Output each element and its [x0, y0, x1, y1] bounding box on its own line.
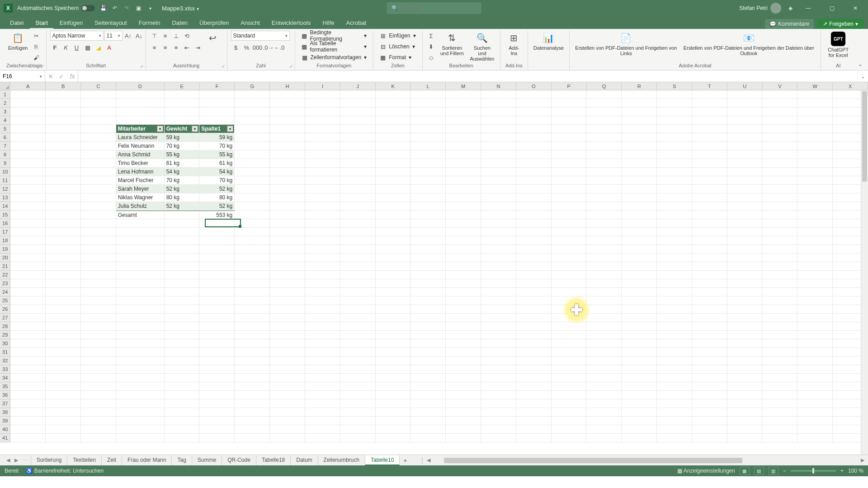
cell-G41[interactable] [235, 434, 270, 442]
format-as-table-button[interactable]: ▦Als Tabelle formatieren ▾ [299, 42, 370, 52]
share-button[interactable]: ↗ Freigeben ▾ [817, 19, 863, 29]
cell-T7[interactable] [692, 142, 727, 150]
cell-C27[interactable] [81, 314, 116, 322]
cell-U28[interactable] [727, 322, 763, 331]
conditional-format-button[interactable]: ▦Bedingte Formatierung ▾ [299, 31, 370, 41]
cell-D29[interactable] [116, 331, 165, 339]
cell-A41[interactable] [10, 434, 46, 442]
cell-V1[interactable] [762, 90, 797, 99]
name-box-input[interactable] [3, 73, 40, 80]
cell-W22[interactable] [797, 271, 833, 279]
cell-V33[interactable] [762, 365, 797, 374]
cell-K37[interactable] [376, 399, 411, 408]
cell-C29[interactable] [81, 331, 116, 339]
cell-A33[interactable] [10, 365, 46, 374]
cell-I3[interactable] [305, 108, 340, 116]
cell-T10[interactable] [692, 168, 727, 176]
cell-N14[interactable] [481, 202, 516, 211]
cell-L13[interactable] [410, 193, 446, 202]
cell-R26[interactable] [622, 305, 657, 314]
cell-N5[interactable] [481, 125, 516, 133]
cell-E15[interactable] [165, 211, 200, 219]
menu-tab-seitenlayout[interactable]: Seitenlayout [89, 17, 132, 29]
cell-I11[interactable] [305, 176, 340, 185]
cell-S24[interactable] [657, 288, 692, 296]
cell-V29[interactable] [762, 331, 797, 339]
cell-H6[interactable] [270, 133, 305, 142]
cell-L3[interactable] [410, 108, 446, 116]
cell-Q20[interactable] [586, 253, 622, 262]
cell-R6[interactable] [622, 133, 657, 142]
menu-tab-start[interactable]: Start [30, 17, 53, 29]
cell-C32[interactable] [81, 357, 116, 365]
cell-B39[interactable] [46, 417, 81, 425]
cell-B7[interactable] [46, 142, 81, 150]
cell-W30[interactable] [797, 339, 833, 348]
view-break-icon[interactable]: ▥ [769, 467, 778, 475]
cell-Q22[interactable] [586, 271, 622, 279]
cell-N29[interactable] [481, 331, 516, 339]
cell-K17[interactable] [376, 228, 411, 236]
cell-R18[interactable] [622, 236, 657, 245]
cell-L1[interactable] [410, 90, 446, 99]
cell-W10[interactable] [797, 168, 833, 176]
cell-J15[interactable] [340, 211, 376, 219]
cell-G14[interactable] [235, 202, 270, 211]
cell-J13[interactable] [340, 193, 376, 202]
cell-W21[interactable] [797, 262, 833, 271]
cell-S33[interactable] [657, 365, 692, 374]
cell-U2[interactable] [727, 99, 763, 108]
cell-J6[interactable] [340, 133, 376, 142]
cell-I22[interactable] [305, 271, 340, 279]
cell-P16[interactable] [552, 219, 587, 228]
cut-icon[interactable]: ✂ [31, 31, 41, 41]
cell-W23[interactable] [797, 279, 833, 288]
cell-W4[interactable] [797, 116, 833, 125]
cell-S32[interactable] [657, 357, 692, 365]
cell-U3[interactable] [727, 108, 763, 116]
cell-D19[interactable] [116, 245, 165, 253]
cell-E40[interactable] [165, 425, 200, 434]
cell-U35[interactable] [727, 382, 763, 391]
cell-C17[interactable] [81, 228, 116, 236]
cell-K7[interactable] [376, 142, 411, 150]
cell-I37[interactable] [305, 399, 340, 408]
cell-U5[interactable] [727, 125, 763, 133]
cell-T21[interactable] [692, 262, 727, 271]
cell-O38[interactable] [516, 408, 552, 417]
cell-C41[interactable] [81, 434, 116, 442]
cell-K30[interactable] [376, 339, 411, 348]
col-header-U[interactable]: U [727, 82, 763, 90]
cell-M38[interactable] [446, 408, 481, 417]
cell-B14[interactable] [46, 202, 81, 211]
cell-S18[interactable] [657, 236, 692, 245]
cell-W6[interactable] [797, 133, 833, 142]
cell-E30[interactable] [165, 339, 200, 348]
cell-T32[interactable] [692, 357, 727, 365]
italic-button[interactable]: K [61, 42, 71, 52]
cell-J31[interactable] [340, 348, 376, 357]
cell-E35[interactable] [165, 382, 200, 391]
cell-U15[interactable] [727, 211, 763, 219]
cell-A26[interactable] [10, 305, 46, 314]
cell-P26[interactable] [552, 305, 587, 314]
cell-E23[interactable] [165, 279, 200, 288]
redo-icon[interactable]: ↷ [123, 5, 130, 12]
cell-F3[interactable] [199, 108, 235, 116]
cell-J28[interactable] [340, 322, 376, 331]
cell-T5[interactable] [692, 125, 727, 133]
cell-W2[interactable] [797, 99, 833, 108]
cell-S26[interactable] [657, 305, 692, 314]
cell-W36[interactable] [797, 391, 833, 399]
cell-Q35[interactable] [586, 382, 622, 391]
cell-V6[interactable] [762, 133, 797, 142]
cell-F41[interactable] [199, 434, 235, 442]
cell-D9[interactable]: Timo Becker [116, 159, 165, 168]
cell-W16[interactable] [797, 219, 833, 228]
cell-K5[interactable] [376, 125, 411, 133]
cell-F40[interactable] [199, 425, 235, 434]
cell-M12[interactable] [446, 185, 481, 193]
sheet-tab[interactable]: Datum [291, 455, 318, 465]
cell-F28[interactable] [199, 322, 235, 331]
cell-G22[interactable] [235, 271, 270, 279]
